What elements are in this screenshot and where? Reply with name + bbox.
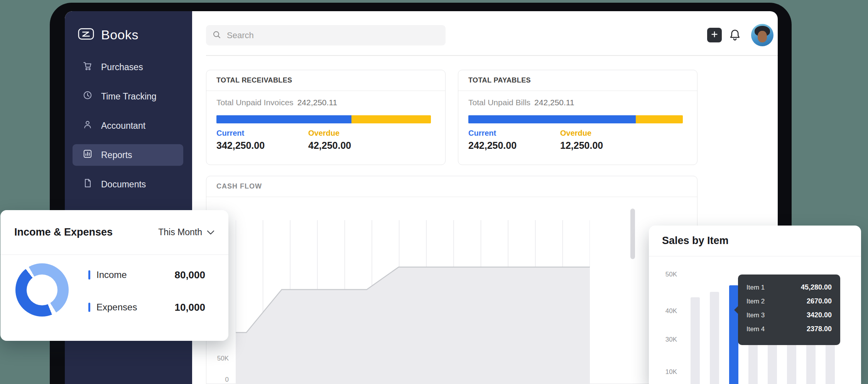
scrollbar-thumb[interactable] [630, 209, 635, 259]
add-button[interactable] [707, 28, 722, 42]
sidebar-item-time-tracking[interactable]: Time Tracking [73, 86, 183, 107]
expenses-label: Expenses [96, 302, 137, 313]
receivables-current-value: 342,250.00 [216, 140, 265, 151]
total-payables-card: TOTAL PAYABLES Total Unpaid Bills242,250… [458, 70, 697, 165]
books-logo-icon [77, 25, 95, 44]
payables-progress-bar [468, 115, 683, 123]
sidebar-item-label: Accountant [101, 121, 145, 131]
tooltip-row: Item 3 3420.00 [746, 310, 832, 320]
legend-row-income: Income 80,000 [88, 269, 205, 281]
sales-y-tick-30k: 30K [649, 336, 677, 344]
user-avatar[interactable] [751, 24, 773, 46]
income-value: 80,000 [174, 269, 205, 281]
receivables-progress-bar [216, 115, 431, 123]
cashflow-y-tick-0: 0 [206, 376, 229, 384]
reports-icon [83, 149, 93, 161]
bell-icon [728, 37, 742, 43]
accountant-icon [83, 120, 93, 132]
income-label: Income [96, 269, 127, 280]
receivables-unpaid-summary: Total Unpaid Invoices242,250.11 [216, 98, 337, 107]
sales-tooltip: Item 1 45,280.00 Item 2 2670.00 Item 3 3… [738, 275, 840, 345]
income-expenses-header: Income & Expenses This Month [0, 210, 228, 255]
income-expenses-card: Income & Expenses This Month Income 80,0… [0, 210, 228, 341]
period-selector[interactable]: This Month [158, 227, 214, 237]
clock-icon [83, 90, 93, 103]
payables-unpaid-summary: Total Unpaid Bills242,250.11 [468, 98, 574, 107]
period-selector-label: This Month [158, 227, 202, 237]
expenses-value: 10,000 [174, 301, 205, 313]
sales-bar[interactable] [729, 285, 738, 384]
tooltip-row: Item 1 45,280.00 [746, 282, 832, 293]
sidebar-item-label: Purchases [101, 62, 143, 72]
receivables-current-segment [216, 115, 351, 123]
receivables-current-label: Current [216, 129, 244, 138]
payables-current-segment [468, 115, 636, 123]
income-expenses-donut-chart [15, 263, 69, 317]
sidebar-item-documents[interactable]: Documents [73, 173, 183, 195]
sales-bar[interactable] [691, 297, 700, 384]
books-logo: Books [77, 25, 138, 44]
tooltip-row: Item 2 2670.00 [746, 296, 832, 307]
cash-flow-card: CASH FLOW 50K 0 [206, 176, 697, 384]
payables-overdue-value: 12,250.00 [560, 140, 603, 151]
total-receivables-card: TOTAL RECEIVABLES Total Unpaid Invoices2… [206, 70, 446, 165]
payables-overdue-label: Overdue [560, 129, 591, 138]
sidebar-item-reports[interactable]: Reports [73, 144, 183, 166]
chevron-down-icon [207, 227, 214, 237]
income-marker [88, 270, 90, 280]
sidebar-item-accountant[interactable]: Accountant [73, 115, 183, 136]
cash-flow-title: CASH FLOW [206, 176, 697, 197]
sidebar-item-label: Documents [101, 179, 146, 190]
sidebar-item-label: Reports [101, 150, 132, 160]
cash-flow-chart [236, 220, 590, 384]
receivables-overdue-value: 42,250.00 [308, 140, 351, 151]
sidebar-nav: Purchases Time Tracking [65, 56, 192, 203]
tooltip-row: Item 4 2378.00 [746, 324, 832, 334]
cashflow-y-tick-50k: 50K [206, 355, 229, 362]
payables-title: TOTAL PAYABLES [458, 70, 697, 91]
document-icon [83, 178, 93, 190]
sidebar-item-purchases[interactable]: Purchases [73, 56, 183, 78]
payables-current-value: 242,250.00 [468, 140, 517, 151]
receivables-title: TOTAL RECEIVABLES [206, 70, 445, 91]
search-bar[interactable] [206, 25, 446, 45]
receivables-overdue-label: Overdue [308, 129, 339, 138]
page-background: Books Purchases [0, 0, 868, 384]
notifications-button[interactable] [728, 28, 742, 42]
income-expenses-title: Income & Expenses [14, 226, 113, 238]
sales-y-tick-40k: 40K [649, 307, 677, 315]
legend-row-expenses: Expenses 10,000 [88, 301, 205, 313]
sales-y-tick-10k: 10K [649, 368, 677, 376]
search-input[interactable] [226, 30, 439, 41]
sales-y-tick-50k: 50K [649, 271, 677, 278]
topbar-divider [206, 55, 778, 56]
expenses-marker [88, 303, 90, 312]
income-expenses-legend: Income 80,000 Expenses 10,000 [88, 269, 205, 313]
sidebar-item-label: Time Tracking [101, 91, 157, 102]
books-logo-text: Books [101, 27, 138, 42]
payables-current-label: Current [468, 129, 496, 138]
sales-bar[interactable] [710, 292, 719, 384]
sales-by-item-card: Sales by Item 50K 40K 30K 10K Item 1 45,… [649, 226, 861, 384]
cart-icon [83, 61, 93, 73]
plus-icon [710, 30, 719, 40]
search-icon [212, 30, 221, 41]
